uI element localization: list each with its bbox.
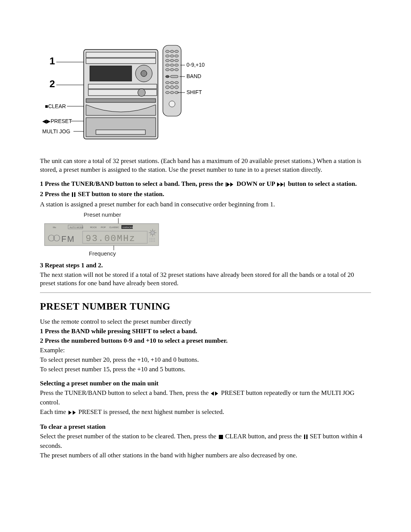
svg-marker-49 <box>227 182 230 187</box>
svg-rect-55 <box>74 192 75 197</box>
callout-1: 1 <box>49 55 55 67</box>
svg-rect-89 <box>150 241 150 242</box>
svg-rect-99 <box>219 435 223 439</box>
svg-rect-85 <box>150 240 150 240</box>
svg-rect-83 <box>153 238 153 239</box>
example-label: Example: <box>40 346 371 355</box>
label-numbers: 0-9,+10 <box>186 62 205 68</box>
section-divider <box>40 292 371 293</box>
left-right-icon <box>68 409 76 417</box>
svg-rect-90 <box>151 241 152 242</box>
svg-point-21 <box>166 55 169 57</box>
svg-point-13 <box>138 89 145 96</box>
remote-intro: Use the remote control to select the pre… <box>40 318 371 326</box>
svg-point-37 <box>175 81 178 84</box>
svg-rect-101 <box>306 435 307 439</box>
svg-marker-95 <box>211 391 214 396</box>
pause-icon <box>72 191 75 200</box>
svg-point-39 <box>170 86 174 89</box>
left-right-icon <box>211 390 218 398</box>
svg-point-19 <box>170 50 174 53</box>
svg-marker-50 <box>230 182 233 187</box>
example-2: To select preset number 15, press the +1… <box>40 365 371 374</box>
svg-rect-12 <box>88 89 157 96</box>
label-band: BAND <box>186 73 201 79</box>
svg-rect-84 <box>154 238 155 239</box>
svg-marker-97 <box>68 411 72 415</box>
stop-icon <box>219 433 223 442</box>
step-2-body: A station is assigned a preset number fo… <box>40 200 371 209</box>
heading-preset-number-tuning: PRESET NUMBER TUNING <box>40 300 371 313</box>
svg-point-28 <box>170 64 174 66</box>
svg-point-33 <box>166 75 169 78</box>
callout-2: 2 <box>49 78 55 89</box>
svg-marker-52 <box>280 182 284 187</box>
svg-point-32 <box>175 69 178 71</box>
svg-rect-16 <box>96 130 145 134</box>
svg-point-40 <box>175 86 178 89</box>
main-unit-head: Selecting a preset number on the main un… <box>40 379 371 388</box>
svg-point-38 <box>166 86 169 89</box>
svg-rect-48 <box>226 182 226 187</box>
skip-back-icon <box>226 181 234 189</box>
svg-point-42 <box>170 91 174 94</box>
svg-rect-54 <box>72 192 73 197</box>
svg-rect-82 <box>151 238 152 239</box>
clear-line-1: Select the preset number of the station … <box>40 432 371 451</box>
svg-point-27 <box>166 64 169 66</box>
label-shift: SHIFT <box>186 89 202 95</box>
label-multijog: MULTI JOG <box>42 128 70 134</box>
svg-text:Preset number: Preset number <box>84 211 121 218</box>
label-preset: ◀▶PRESET <box>42 118 72 124</box>
main-unit-line-2: Each time PRESET is pressed, the next hi… <box>40 408 371 417</box>
main-unit-line-1: Press the TUNER/BAND button to select a … <box>40 389 371 407</box>
step-3-body: The next station will not be stored if a… <box>40 271 371 288</box>
svg-point-41 <box>166 91 169 94</box>
svg-point-30 <box>166 69 169 71</box>
remote-step-1: 1 Press the BAND while pressing SHIFT to… <box>40 327 371 336</box>
svg-point-22 <box>170 55 174 57</box>
svg-text:Frequency: Frequency <box>89 250 116 257</box>
svg-marker-98 <box>73 411 76 415</box>
svg-rect-53 <box>284 182 285 187</box>
step-2-head: 2 Press the SET button to store the stat… <box>40 190 371 200</box>
svg-text:POP: POP <box>101 226 106 228</box>
svg-text:CLASSIC: CLASSIC <box>109 226 119 228</box>
svg-rect-11 <box>88 84 157 89</box>
svg-point-20 <box>175 50 178 53</box>
svg-rect-91 <box>153 241 153 242</box>
svg-rect-87 <box>153 240 153 240</box>
pause-icon <box>304 433 307 442</box>
svg-rect-7 <box>86 58 156 64</box>
svg-point-18 <box>166 50 169 53</box>
svg-text:FM: FM <box>61 234 75 244</box>
clear-head: To clear a preset station <box>40 423 371 431</box>
svg-text:ROCK: ROCK <box>90 226 97 228</box>
svg-marker-51 <box>277 182 280 187</box>
remote-step-2: 2 Press the numbered buttons 0-9 and +10… <box>40 337 371 345</box>
svg-rect-6 <box>86 52 156 58</box>
lcd-diagram: Preset number Mo AUTO MODE ROCK POP CLAS… <box>41 211 371 260</box>
svg-point-72 <box>151 231 155 235</box>
clear-line-2: The preset numbers of all other stations… <box>40 451 371 460</box>
svg-rect-8 <box>90 66 132 81</box>
step-3-head: 3 Repeat steps 1 and 2. <box>40 261 371 270</box>
svg-rect-34 <box>170 75 178 78</box>
equipment-diagram: 1 2 ■CLEAR ◀▶PRESET MULTI JOG <box>41 40 371 145</box>
svg-text:Mo: Mo <box>53 226 56 228</box>
svg-point-23 <box>175 55 178 57</box>
svg-rect-81 <box>150 238 150 239</box>
svg-rect-100 <box>304 435 305 439</box>
svg-point-25 <box>170 59 174 62</box>
svg-point-29 <box>175 64 178 66</box>
example-1: To select preset number 20, press the +1… <box>40 356 371 364</box>
svg-point-36 <box>170 81 174 84</box>
svg-point-31 <box>170 69 174 71</box>
svg-marker-96 <box>215 391 218 396</box>
svg-point-10 <box>141 70 147 77</box>
intro-paragraph: The unit can store a total of 32 preset … <box>40 157 371 174</box>
svg-rect-14 <box>86 99 156 102</box>
svg-rect-88 <box>154 240 155 240</box>
svg-point-24 <box>166 59 169 62</box>
svg-point-44 <box>169 101 175 107</box>
